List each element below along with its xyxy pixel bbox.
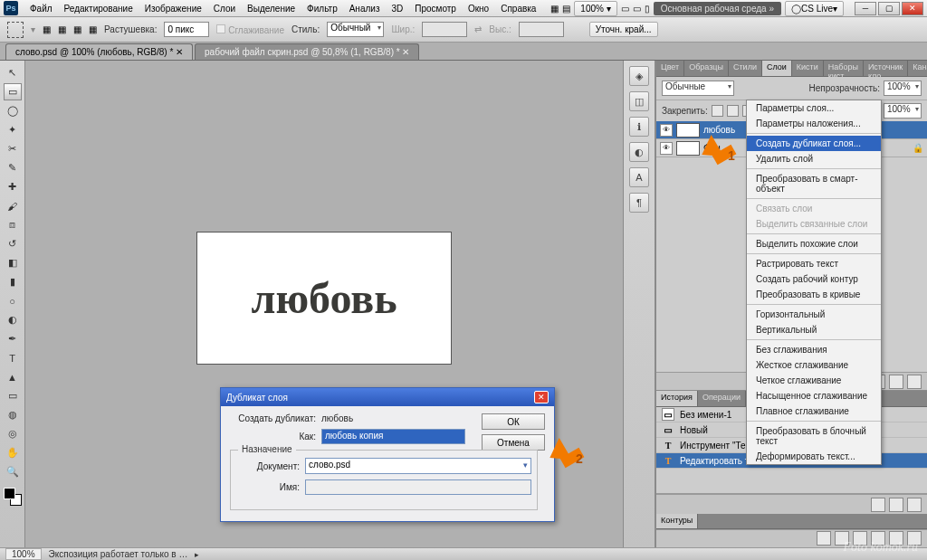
as-input[interactable]: любовь копия [321, 429, 465, 444]
info-panel-icon[interactable]: ℹ [629, 117, 649, 137]
delete-state-icon[interactable] [907, 498, 922, 512]
lock-transparency-icon[interactable] [712, 105, 723, 117]
visibility-toggle[interactable]: 👁 [660, 124, 673, 137]
window-maximize[interactable]: ▢ [878, 2, 900, 15]
ctx-item[interactable]: Четкое сглаживание [747, 373, 881, 388]
menu-analysis[interactable]: Анализ [344, 2, 386, 15]
lock-image-icon[interactable] [727, 105, 739, 117]
heal-tool[interactable]: ✚ [4, 178, 22, 195]
dodge-tool[interactable]: ◐ [4, 311, 22, 328]
screen-mode-icon[interactable]: ▭ [633, 4, 641, 14]
cslive-button[interactable]: ◯ CS Live ▾ [785, 1, 844, 16]
view-extras-icon[interactable]: ▭ [621, 4, 629, 14]
ctx-item[interactable]: Растрировать текст [747, 256, 881, 271]
doc-tab-1[interactable]: слово.psd @ 100% (любовь, RGB/8) * ✕ [5, 43, 193, 60]
history-brush-tool[interactable]: ↺ [4, 235, 22, 252]
menu-select[interactable]: Выделение [242, 2, 301, 15]
refine-edge-button[interactable]: Уточн. край... [589, 22, 658, 37]
doc-tab-2[interactable]: рабочий файл скрин.psd @ 50,8% (1, RGB/8… [195, 43, 419, 60]
ctx-item[interactable]: Удалить слой [747, 151, 881, 166]
gradient-tool[interactable]: ▮ [4, 273, 22, 290]
pen-tool[interactable]: ✒ [4, 330, 22, 347]
eyedropper-tool[interactable]: ✎ [4, 159, 22, 176]
tab-brushes[interactable]: Кисти [792, 61, 824, 76]
document-select[interactable]: слово.psd [305, 458, 531, 474]
shape-tool[interactable]: ▭ [4, 387, 22, 404]
add-selection-icon[interactable]: ▦ [58, 24, 66, 34]
status-zoom[interactable]: 100% [5, 548, 42, 560]
tab-clone-source[interactable]: Источник кло [864, 61, 908, 76]
feather-input[interactable] [164, 22, 209, 37]
zoom-tool[interactable]: 🔍 [4, 463, 22, 480]
visibility-toggle[interactable]: 👁 [660, 142, 673, 155]
window-minimize[interactable]: ─ [855, 2, 876, 15]
ctx-item[interactable]: Параметры наложения... [747, 116, 881, 131]
marquee-tool[interactable]: ▭ [4, 83, 22, 100]
tab-history[interactable]: История [656, 391, 698, 406]
ctx-item[interactable]: Плавное сглаживание [747, 403, 881, 419]
3d-camera-tool[interactable]: ◎ [4, 425, 22, 442]
ctx-item[interactable]: Создать дубликат слоя... [747, 136, 881, 151]
layer-name[interactable]: любовь [703, 125, 735, 135]
move-tool[interactable]: ↖ [4, 64, 22, 81]
type-tool[interactable]: T [4, 349, 22, 366]
opacity-input[interactable]: 100% [884, 81, 922, 96]
dialog-titlebar[interactable]: Дубликат слоя ✕ [221, 388, 554, 406]
window-close[interactable]: ✕ [902, 2, 923, 15]
menu-image[interactable]: Изображение [139, 2, 207, 15]
tab-actions[interactable]: Операции [698, 391, 746, 406]
color-swatches[interactable] [4, 488, 22, 506]
arrange-icon[interactable]: ▯ [645, 4, 650, 14]
menu-filter[interactable]: Фильтр [301, 2, 343, 15]
menu-layers[interactable]: Слои [208, 2, 241, 15]
character-panel-icon[interactable]: A [629, 167, 649, 187]
path-select-tool[interactable]: ▲ [4, 368, 22, 385]
new-selection-icon[interactable]: ▦ [43, 24, 51, 34]
tab-styles[interactable]: Стили [729, 61, 762, 76]
navigator-panel-icon[interactable]: ◈ [629, 66, 649, 86]
3d-tool[interactable]: ◍ [4, 406, 22, 423]
menu-view[interactable]: Просмотр [409, 2, 462, 15]
blur-tool[interactable]: ○ [4, 292, 22, 309]
stamp-tool[interactable]: ⧈ [4, 216, 22, 233]
fill-input[interactable]: 100% [884, 103, 922, 119]
menu-help[interactable]: Справка [495, 2, 541, 15]
workspace-switcher[interactable]: Основная рабочая среда » [654, 2, 781, 15]
launch-bridge-icon[interactable]: ▦ [550, 4, 559, 14]
launch-mb-icon[interactable]: ▤ [562, 4, 570, 14]
new-layer-icon[interactable] [889, 375, 903, 389]
lasso-tool[interactable]: ◯ [4, 102, 22, 119]
ctx-item[interactable]: Деформировать текст... [747, 449, 881, 464]
ctx-item[interactable]: Жесткое сглаживание [747, 357, 881, 373]
tab-layers[interactable]: Слои [762, 61, 792, 76]
ctx-item[interactable]: Без сглаживания [747, 342, 881, 357]
ok-button[interactable]: ОК [482, 413, 545, 430]
menu-file[interactable]: Файл [24, 2, 58, 15]
crop-tool[interactable]: ✂ [4, 140, 22, 157]
brush-tool[interactable]: 🖌 [4, 197, 22, 214]
sub-selection-icon[interactable]: ▦ [73, 24, 81, 34]
fill-path-icon[interactable] [817, 531, 831, 546]
ctx-item[interactable]: Преобразовать в кривые [747, 287, 881, 302]
adjustments-panel-icon[interactable]: ◐ [629, 142, 649, 162]
new-snapshot-icon[interactable] [871, 498, 885, 512]
cancel-button[interactable]: Отмена [482, 434, 545, 451]
dialog-close-button[interactable]: ✕ [534, 391, 549, 403]
menu-edit[interactable]: Редактирование [59, 2, 139, 15]
ctx-item[interactable]: Параметры слоя... [747, 100, 881, 116]
ctx-item[interactable]: Выделить похожие слои [747, 236, 881, 252]
style-select[interactable]: Обычный [327, 22, 384, 37]
marquee-tool-preset-icon[interactable] [7, 22, 24, 38]
ctx-item[interactable]: Вертикальный [747, 322, 881, 337]
ctx-item[interactable]: Преобразовать в смарт-объект [747, 171, 881, 196]
ctx-item[interactable]: Насыщенное сглаживание [747, 388, 881, 403]
ctx-item[interactable]: Преобразовать в блочный текст [747, 423, 881, 449]
menu-window[interactable]: Окно [463, 2, 494, 15]
eraser-tool[interactable]: ◧ [4, 254, 22, 271]
ctx-item[interactable]: Создать рабочий контур [747, 271, 881, 287]
new-doc-from-state-icon[interactable] [889, 498, 903, 512]
tab-brush-presets[interactable]: Наборы кист [824, 61, 864, 76]
tab-channels[interactable]: Каналы [908, 61, 927, 76]
ctx-item[interactable]: Горизонтальный [747, 307, 881, 322]
paragraph-panel-icon[interactable]: ¶ [629, 193, 649, 213]
